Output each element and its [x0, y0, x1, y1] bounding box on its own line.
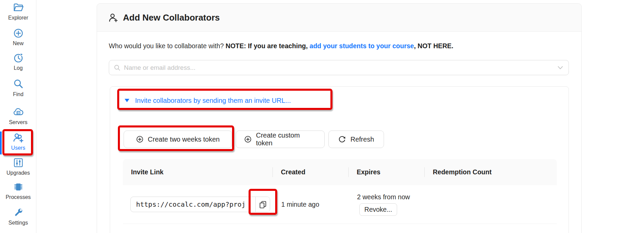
- invite-url-section: Invite collaborators by sending them an …: [110, 86, 569, 233]
- caret-down-icon: [124, 98, 130, 103]
- sidebar: Explorer New Log Find Servers: [0, 0, 36, 233]
- token-button-row: Create two weeks token Create custom tok…: [124, 130, 384, 148]
- panel-header: Add New Collaborators: [97, 4, 581, 32]
- intro-note-end: , NOT HERE.: [414, 42, 453, 50]
- invite-collapse-header[interactable]: Invite collaborators by sending them an …: [124, 95, 291, 106]
- refresh-icon: [338, 136, 346, 143]
- search-icon: [13, 78, 24, 90]
- add-collaborators-panel: Add New Collaborators Who would you like…: [97, 3, 582, 233]
- create-custom-token-button[interactable]: Create custom token: [236, 130, 325, 148]
- sidebar-item-find[interactable]: Find: [0, 78, 36, 97]
- sidebar-item-servers[interactable]: Servers: [0, 106, 36, 125]
- copy-invite-link-button[interactable]: [256, 197, 270, 212]
- add-students-link[interactable]: add your students to your course: [310, 42, 414, 50]
- refresh-button[interactable]: Refresh: [328, 130, 384, 148]
- plus-circle-icon: [136, 136, 143, 143]
- sidebar-item-label: Users: [11, 145, 25, 151]
- sliders-icon: [13, 156, 24, 169]
- column-header-expires: Expires: [349, 159, 425, 185]
- intro-text: Who would you like to collaborate with? …: [109, 41, 574, 51]
- sidebar-item-label: Find: [13, 91, 23, 97]
- plus-circle-icon: [13, 27, 24, 39]
- sidebar-item-upgrades[interactable]: Upgrades: [0, 156, 36, 176]
- sidebar-item-label: Explorer: [8, 15, 28, 21]
- expires-value: 2 weeks from now: [357, 193, 410, 201]
- revoke-button[interactable]: Revoke...: [359, 203, 397, 216]
- cloud-server-icon: [13, 106, 24, 118]
- sidebar-item-explorer[interactable]: Explorer: [0, 1, 36, 21]
- column-header-invite-link: Invite Link: [123, 159, 273, 185]
- chip-icon: [13, 181, 24, 193]
- sidebar-item-label: Settings: [8, 220, 28, 226]
- folder-open-icon: [13, 1, 24, 13]
- intro-question: Who would you like to collaborate with?: [109, 42, 226, 50]
- sidebar-item-label: Servers: [9, 119, 27, 125]
- create-two-weeks-token-button[interactable]: Create two weeks token: [124, 130, 232, 148]
- sidebar-item-processes[interactable]: Processes: [0, 181, 36, 200]
- page-title: Add New Collaborators: [123, 12, 220, 23]
- user-add-icon: [108, 12, 119, 23]
- expires-cell: 2 weeks from now Revoke...: [349, 185, 425, 224]
- sidebar-item-new[interactable]: New: [0, 27, 36, 47]
- copy-icon: [259, 200, 267, 209]
- wrench-icon: [13, 206, 24, 219]
- invite-link-input-group: https://cocalc.com/app?proj: [130, 197, 270, 212]
- column-header-created: Created: [273, 159, 349, 185]
- plus-circle-icon: [244, 136, 252, 143]
- app-window: Explorer New Log Find Servers: [0, 0, 644, 233]
- invite-link-value[interactable]: https://cocalc.com/app?proj: [131, 197, 256, 212]
- chevron-down-icon: [557, 64, 564, 71]
- search-icon: [114, 64, 121, 71]
- sidebar-item-label: New: [13, 40, 24, 47]
- table-header-row: Invite Link Created Expires Redemption C…: [123, 159, 557, 185]
- sidebar-item-log[interactable]: Log: [0, 52, 36, 71]
- search-input[interactable]: [123, 64, 554, 72]
- sidebar-item-label: Upgrades: [6, 170, 30, 176]
- button-label: Refresh: [350, 136, 374, 143]
- created-cell: 1 minute ago: [273, 185, 349, 224]
- intro-note: NOTE: If you are teaching,: [226, 42, 310, 50]
- table-row: https://cocalc.com/app?proj 1 minute ago…: [123, 185, 557, 224]
- user-add-icon: [12, 132, 24, 144]
- history-clock-icon: [13, 52, 24, 64]
- button-label: Create custom token: [256, 132, 316, 147]
- column-header-redemption-count: Redemption Count: [425, 159, 557, 185]
- collaborator-search-select[interactable]: [109, 60, 569, 75]
- invite-link-cell: https://cocalc.com/app?proj: [123, 185, 273, 224]
- sidebar-item-label: Processes: [6, 194, 31, 200]
- sidebar-item-label: Log: [14, 65, 23, 71]
- button-label: Create two weeks token: [148, 136, 220, 143]
- sidebar-item-settings[interactable]: Settings: [0, 206, 36, 226]
- invite-tokens-table: Invite Link Created Expires Redemption C…: [123, 159, 557, 224]
- sidebar-item-users[interactable]: Users: [0, 132, 36, 151]
- invite-collapse-label: Invite collaborators by sending them an …: [135, 97, 291, 105]
- redemption-count-cell: [425, 185, 557, 224]
